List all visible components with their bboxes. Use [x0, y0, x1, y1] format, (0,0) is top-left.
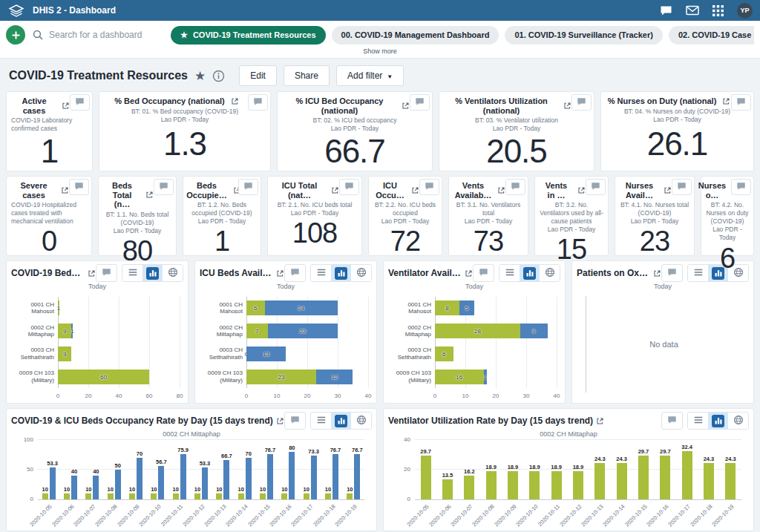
comment-button[interactable] [661, 412, 683, 430]
table-view-button[interactable] [688, 265, 708, 281]
dashboard-search[interactable] [33, 29, 163, 41]
comment-button[interactable] [473, 264, 494, 282]
comment-button[interactable] [238, 179, 258, 195]
dashboard-chip[interactable]: ★COVID-19 Treatment Resources [171, 26, 326, 45]
new-dashboard-button[interactable] [6, 25, 25, 45]
table-view-button[interactable] [311, 265, 331, 281]
chart-view-button[interactable] [708, 413, 728, 429]
external-link-icon[interactable] [61, 186, 69, 194]
comment-button[interactable] [248, 94, 268, 111]
gridline [557, 297, 557, 388]
value-card[interactable]: Severe casesCOVID-19 Hospitalized cases … [6, 176, 92, 256]
chart-view-button[interactable] [331, 413, 351, 429]
chart-card[interactable]: Ventilator Availability by …Today0001 CH… [383, 260, 566, 404]
external-link-icon[interactable] [145, 191, 154, 199]
value-card[interactable]: Vents in …BT: 3.2. No. Ventilators used … [534, 176, 609, 256]
value-card[interactable]: Nurses Avail…BT: 4.1. No. Nurses total (… [615, 176, 695, 256]
value-card[interactable]: ICU Occu…BT: 2.2. No. ICU beds occupiedL… [368, 176, 442, 256]
search-input[interactable] [48, 29, 156, 41]
map-view-button[interactable] [351, 413, 371, 429]
value-card[interactable]: Beds Total (n…BT: 1.1. No. Beds total (C… [98, 176, 177, 256]
chart-card[interactable]: COVID-19 & ICU Beds Occupancy Rate by Da… [6, 408, 377, 531]
chart-card[interactable]: Patients on Oxygen by Ho…TodayNo data [571, 260, 754, 404]
show-more-button[interactable]: Show more [6, 45, 754, 57]
bar-group: 1070 [125, 440, 146, 499]
card-title: Vents in … [541, 181, 571, 200]
add-filter-button[interactable]: Add filter▼ [336, 65, 404, 86]
external-link-icon[interactable] [465, 269, 473, 278]
table-view-button[interactable] [688, 413, 708, 429]
card-subtitle-line: BT: 02. % ICU bed occupancy [282, 116, 428, 125]
external-link-icon[interactable] [276, 417, 284, 425]
edit-button[interactable]: Edit [239, 65, 277, 86]
chart-view-button[interactable] [331, 265, 351, 281]
info-icon[interactable] [212, 70, 225, 82]
map-view-button[interactable] [728, 413, 748, 429]
external-link-icon[interactable] [402, 102, 410, 110]
value-card[interactable]: % Bed Occupancy (national)BT: 01. % Bed … [99, 91, 271, 171]
card-value: 108 [272, 217, 357, 252]
dashboard-chip[interactable]: 02. COVID-19 Case Mapping (Tracker) [669, 26, 754, 45]
external-link-icon[interactable] [653, 269, 661, 278]
external-link-icon[interactable] [62, 102, 70, 110]
category-label: 0002 CH Mittaphap [200, 324, 243, 338]
comment-button[interactable] [339, 179, 359, 195]
chart-view-button[interactable] [520, 265, 540, 281]
star-dashboard-icon[interactable]: ★ [194, 70, 206, 82]
comment-button[interactable] [571, 94, 592, 111]
value-card[interactable]: Beds Occupie…BT: 1.2. No. Beds occupied … [183, 176, 261, 256]
chart-card[interactable]: ICU Beds Availability by Hos…Today0001 C… [194, 260, 377, 404]
value-card[interactable]: % Ventilators Utilization (national)BT: … [439, 91, 594, 171]
value-card[interactable]: % ICU Bed Occupancy (national)BT: 02. % … [277, 91, 433, 171]
value-card[interactable]: Nurses o…BT: 4.2. No. Nurses on duty (CO… [701, 176, 754, 256]
table-view-button[interactable] [311, 413, 331, 429]
apps-icon[interactable] [712, 5, 724, 16]
comment-button[interactable] [661, 264, 683, 282]
comment-button[interactable] [410, 94, 430, 111]
value-card[interactable]: Active casesCOVID-19 Laboratory confirme… [6, 91, 93, 171]
comment-button[interactable] [419, 179, 439, 195]
bar-group: 1040 [82, 440, 103, 499]
comment-button[interactable] [284, 412, 306, 430]
external-link-icon[interactable] [722, 97, 730, 105]
comment-button[interactable] [586, 179, 606, 195]
map-view-button[interactable] [351, 265, 371, 281]
table-view-button[interactable] [499, 265, 520, 281]
bar [260, 493, 266, 499]
bar-group: 1050 [103, 440, 125, 499]
external-link-icon[interactable] [231, 97, 239, 105]
avatar[interactable]: YP [737, 3, 753, 19]
external-link-icon[interactable] [88, 269, 96, 278]
comment-button[interactable] [70, 94, 90, 111]
external-link-icon[interactable] [596, 417, 604, 425]
comment-button[interactable] [731, 179, 751, 195]
category-label: 2020-10-10 [137, 503, 162, 528]
mail-icon[interactable] [686, 5, 699, 16]
value-card[interactable]: % Nurses on Duty (national)BT: 04. % Nur… [600, 91, 754, 171]
external-link-icon[interactable] [411, 186, 419, 194]
external-link-icon[interactable] [563, 102, 571, 110]
share-button[interactable]: Share [284, 65, 330, 86]
chart-card[interactable]: Ventilator Utilization Rate by Day (15 d… [383, 408, 754, 531]
comment-button[interactable] [672, 179, 692, 195]
bar-column: 40 [93, 440, 99, 499]
card-title: Beds Total (n… [105, 181, 140, 209]
value-card[interactable]: ICU Total (nat…BT: 2.1. No. ICU beds tot… [267, 176, 362, 256]
comment-button[interactable] [505, 179, 525, 195]
comment-button[interactable] [731, 94, 751, 111]
chart-title: Patients on Oxygen by Ho… [577, 268, 650, 278]
external-link-icon[interactable] [497, 186, 505, 194]
comment-button[interactable] [284, 264, 306, 282]
external-link-icon[interactable] [331, 186, 339, 194]
value-card[interactable]: Vents Availab…BT: 3.1. No. Ventilators t… [448, 176, 528, 256]
chart-card[interactable]: COVID-19 Beds Availa…Today0001 CH Mahoso… [6, 260, 189, 404]
bar-value-label: 10 [260, 486, 266, 493]
dashboard-chip[interactable]: 01. COVID-19 Surveillance (Tracker) [505, 26, 662, 45]
external-link-icon[interactable] [276, 269, 284, 278]
external-link-icon[interactable] [664, 186, 672, 194]
messages-icon[interactable] [660, 5, 672, 16]
comment-button[interactable] [69, 179, 89, 195]
external-link-icon[interactable] [577, 186, 586, 194]
dashboard-chip[interactable]: 00. COVID-19 Management Dashboard [332, 26, 499, 45]
comment-button[interactable] [154, 179, 174, 195]
